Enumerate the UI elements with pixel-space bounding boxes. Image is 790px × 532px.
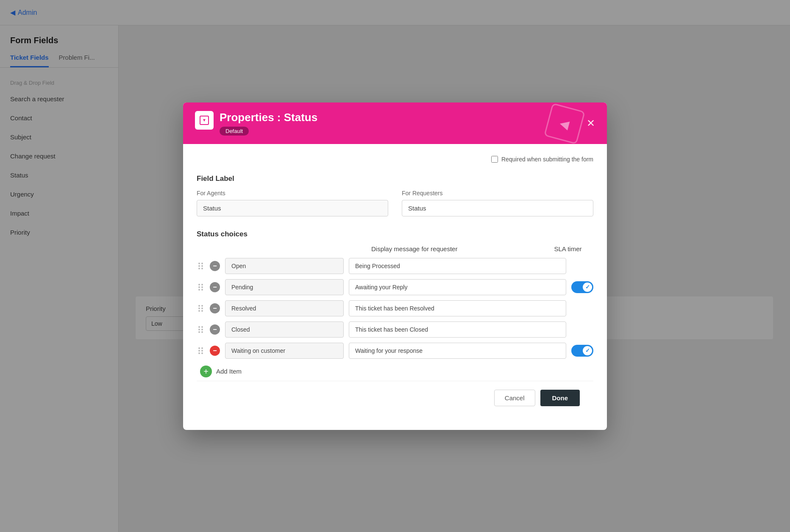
required-row: Required when submitting the form	[197, 156, 593, 163]
field-label-section-title: Field Label	[197, 175, 593, 183]
modal: Properties : Status Default ✕ Required w…	[183, 103, 607, 430]
remove-pending-button[interactable]: −	[210, 282, 220, 292]
add-item-button[interactable]: +	[200, 366, 212, 377]
status-row-waiting: − ✓	[197, 343, 593, 359]
status-name-open[interactable]	[225, 258, 344, 274]
sla-spacer-resolved	[571, 302, 593, 314]
requesters-field-col: For Requesters	[402, 190, 593, 216]
field-label-row: For Agents For Requesters	[197, 190, 593, 216]
sla-toggle-waiting[interactable]: ✓	[571, 345, 593, 357]
display-msg-resolved[interactable]	[349, 300, 566, 316]
remove-waiting-button[interactable]: −	[210, 346, 220, 356]
modal-title-area: Properties : Status Default	[220, 111, 317, 136]
status-name-closed[interactable]	[225, 321, 344, 338]
modal-overlay: Properties : Status Default ✕ Required w…	[0, 0, 790, 532]
sla-toggle-knob-pending: ✓	[583, 283, 592, 292]
drag-handle-closed[interactable]	[197, 324, 205, 335]
drag-handle-open[interactable]	[197, 261, 205, 271]
display-msg-header: Display message for requester	[371, 245, 457, 252]
requesters-field-input[interactable]	[402, 200, 593, 216]
drag-handle-waiting[interactable]	[197, 346, 205, 356]
status-row-open: −	[197, 258, 593, 274]
display-msg-pending[interactable]	[349, 279, 566, 295]
agents-field-label: For Agents	[197, 190, 388, 197]
sla-spacer-open	[571, 260, 593, 272]
add-item-row: + Add Item	[200, 366, 593, 377]
done-button[interactable]: Done	[540, 390, 580, 406]
required-checkbox[interactable]	[491, 156, 498, 163]
modal-icon-box	[195, 111, 214, 130]
status-name-pending[interactable]	[225, 279, 344, 295]
agents-field-input[interactable]	[197, 200, 388, 216]
modal-title: Properties : Status	[220, 111, 317, 124]
remove-resolved-button[interactable]: −	[210, 303, 220, 313]
status-row-pending: − ✓	[197, 279, 593, 295]
required-label: Required when submitting the form	[501, 156, 593, 163]
modal-header-decoration	[544, 103, 585, 144]
modal-close-button[interactable]: ✕	[587, 117, 595, 129]
drag-handle-resolved[interactable]	[197, 303, 205, 313]
sla-toggle-knob-waiting: ✓	[583, 346, 592, 355]
display-msg-closed[interactable]	[349, 321, 566, 338]
modal-badge: Default	[220, 127, 249, 136]
modal-header: Properties : Status Default ✕	[183, 103, 607, 144]
agents-field-col: For Agents	[197, 190, 388, 216]
modal-body: Required when submitting the form Field …	[183, 144, 607, 430]
display-msg-open[interactable]	[349, 258, 566, 274]
sla-toggle-pending[interactable]: ✓	[571, 281, 593, 293]
drag-handle-pending[interactable]	[197, 282, 205, 292]
modal-header-left: Properties : Status Default	[195, 111, 317, 136]
requesters-field-label: For Requesters	[402, 190, 593, 197]
status-name-waiting[interactable]	[225, 343, 344, 359]
status-row-closed: −	[197, 321, 593, 338]
sla-spacer-closed	[571, 324, 593, 335]
modal-status-icon	[200, 116, 209, 125]
remove-open-button[interactable]: −	[210, 261, 220, 271]
status-row-resolved: −	[197, 300, 593, 316]
sla-timer-header: SLA timer	[554, 245, 581, 252]
display-msg-waiting[interactable]	[349, 343, 566, 359]
status-choices-title: Status choices	[197, 230, 593, 238]
modal-footer: Cancel Done	[197, 381, 593, 418]
status-choices-header: Display message for requester SLA timer	[197, 245, 593, 253]
add-item-label: Add Item	[216, 368, 242, 375]
status-name-resolved[interactable]	[225, 300, 344, 316]
cancel-button[interactable]: Cancel	[494, 390, 535, 406]
remove-closed-button[interactable]: −	[210, 324, 220, 335]
